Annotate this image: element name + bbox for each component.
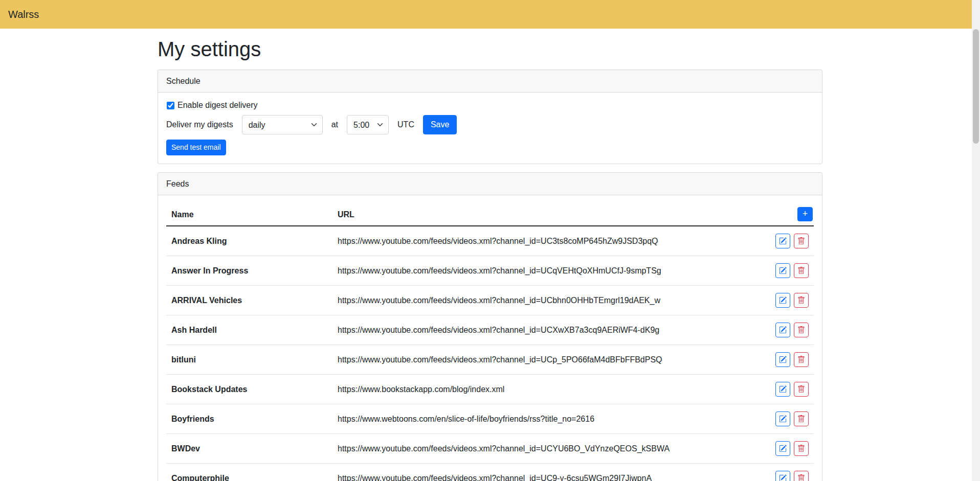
page-title: My settings	[158, 37, 822, 61]
utc-label: UTC	[397, 120, 414, 129]
frequency-select[interactable]: daily	[242, 115, 323, 134]
delete-feed-button[interactable]	[794, 471, 809, 481]
feed-row: Computerphile https://www.youtube.com/fe…	[166, 464, 814, 481]
trash-icon	[797, 415, 805, 423]
delete-feed-button[interactable]	[794, 234, 809, 248]
digest-schedule-row: Deliver my digests daily at 5:00 UTC Sav…	[166, 115, 814, 134]
feed-actions	[768, 226, 814, 256]
feed-actions	[768, 315, 814, 345]
column-header-url: URL	[332, 203, 768, 226]
feed-actions	[768, 286, 814, 315]
delete-feed-button[interactable]	[794, 352, 809, 367]
edit-feed-button[interactable]	[775, 234, 790, 248]
add-feed-button[interactable]: +	[797, 207, 813, 221]
delete-feed-button[interactable]	[794, 323, 809, 337]
scrollbar-thumb[interactable]	[973, 29, 979, 144]
feed-row: bitluni https://www.youtube.com/feeds/vi…	[166, 345, 814, 375]
edit-feed-button[interactable]	[775, 263, 790, 278]
edit-feed-button[interactable]	[775, 471, 790, 481]
feeds-card-header: Feeds	[158, 173, 822, 195]
pencil-square-icon	[779, 326, 787, 334]
column-header-name: Name	[166, 203, 332, 226]
at-label: at	[331, 120, 338, 129]
column-header-actions: +	[768, 203, 814, 226]
schedule-card-body: Enable digest delivery Deliver my digest…	[158, 93, 822, 164]
delete-feed-button[interactable]	[794, 293, 809, 308]
feeds-card-body: Name URL + Andreas Kling https://www.you…	[158, 195, 822, 481]
send-test-email-button[interactable]: Send test email	[166, 140, 226, 155]
enable-digest-row: Enable digest delivery	[166, 101, 814, 110]
pencil-square-icon	[779, 445, 787, 452]
edit-feed-button[interactable]	[775, 293, 790, 308]
edit-feed-button[interactable]	[775, 323, 790, 337]
time-select[interactable]: 5:00	[347, 115, 389, 134]
feed-row: Bookstack Updates https://www.bookstacka…	[166, 375, 814, 404]
feed-row: ARRIVAL Vehicles https://www.youtube.com…	[166, 286, 814, 315]
enable-digest-checkbox[interactable]	[167, 102, 174, 109]
pencil-square-icon	[779, 237, 787, 245]
time-select-wrap: 5:00	[347, 115, 389, 134]
feeds-table: Name URL + Andreas Kling https://www.you…	[166, 203, 814, 481]
feed-actions	[768, 375, 814, 404]
navbar: Walrss	[0, 0, 980, 29]
pencil-square-icon	[779, 385, 787, 393]
frequency-select-wrap: daily	[242, 115, 323, 134]
schedule-card: Schedule Enable digest delivery Deliver …	[158, 70, 822, 164]
delete-feed-button[interactable]	[794, 263, 809, 278]
feed-url: https://www.youtube.com/feeds/videos.xml…	[332, 345, 768, 375]
feed-row: Boyfriends https://www.webtoons.com/en/s…	[166, 404, 814, 434]
feed-actions	[768, 464, 814, 481]
feed-actions	[768, 434, 814, 464]
trash-icon	[797, 237, 805, 245]
edit-feed-button[interactable]	[775, 382, 790, 397]
feed-url: https://www.youtube.com/feeds/videos.xml…	[332, 434, 768, 464]
trash-icon	[797, 326, 805, 334]
pencil-square-icon	[779, 474, 787, 481]
enable-digest-label[interactable]: Enable digest delivery	[177, 101, 258, 110]
edit-feed-button[interactable]	[775, 352, 790, 367]
feed-name: Bookstack Updates	[166, 375, 332, 404]
trash-icon	[797, 356, 805, 363]
pencil-square-icon	[779, 267, 787, 274]
schedule-card-header: Schedule	[158, 70, 822, 93]
pencil-square-icon	[779, 415, 787, 423]
feed-name: Ash Hardell	[166, 315, 332, 345]
feed-name: Andreas Kling	[166, 226, 332, 256]
feeds-card: Feeds Name URL + Andreas Kling https://w…	[158, 172, 822, 481]
feed-url: https://www.youtube.com/feeds/videos.xml…	[332, 256, 768, 286]
feed-url: https://www.bookstackapp.com/blog/index.…	[332, 375, 768, 404]
feed-row: BWDev https://www.youtube.com/feeds/vide…	[166, 434, 814, 464]
main-content: My settings Schedule Enable digest deliv…	[158, 29, 822, 481]
page-scrollbar[interactable]	[972, 0, 980, 481]
feed-name: bitluni	[166, 345, 332, 375]
feeds-table-header-row: Name URL +	[166, 203, 814, 226]
delete-feed-button[interactable]	[794, 411, 809, 426]
feed-row: Ash Hardell https://www.youtube.com/feed…	[166, 315, 814, 345]
trash-icon	[797, 385, 805, 393]
feed-name: Boyfriends	[166, 404, 332, 434]
feed-url: https://www.youtube.com/feeds/videos.xml…	[332, 315, 768, 345]
edit-feed-button[interactable]	[775, 411, 790, 426]
delete-feed-button[interactable]	[794, 382, 809, 397]
save-button[interactable]: Save	[423, 115, 457, 134]
feed-url: https://www.youtube.com/feeds/videos.xml…	[332, 464, 768, 481]
pencil-square-icon	[779, 356, 787, 363]
feed-actions	[768, 256, 814, 286]
feeds-table-body: Andreas Kling https://www.youtube.com/fe…	[166, 226, 814, 481]
feed-row: Andreas Kling https://www.youtube.com/fe…	[166, 226, 814, 256]
feed-name: ARRIVAL Vehicles	[166, 286, 332, 315]
pencil-square-icon	[779, 296, 787, 304]
feed-row: Answer In Progress https://www.youtube.c…	[166, 256, 814, 286]
trash-icon	[797, 474, 805, 481]
trash-icon	[797, 296, 805, 304]
trash-icon	[797, 267, 805, 274]
edit-feed-button[interactable]	[775, 441, 790, 456]
feed-actions	[768, 404, 814, 434]
feed-name: Computerphile	[166, 464, 332, 481]
feed-name: Answer In Progress	[166, 256, 332, 286]
delete-feed-button[interactable]	[794, 441, 809, 456]
trash-icon	[797, 445, 805, 452]
app-brand[interactable]: Walrss	[8, 9, 39, 20]
feed-url: https://www.youtube.com/feeds/videos.xml…	[332, 226, 768, 256]
test-email-row: Send test email	[166, 140, 814, 155]
